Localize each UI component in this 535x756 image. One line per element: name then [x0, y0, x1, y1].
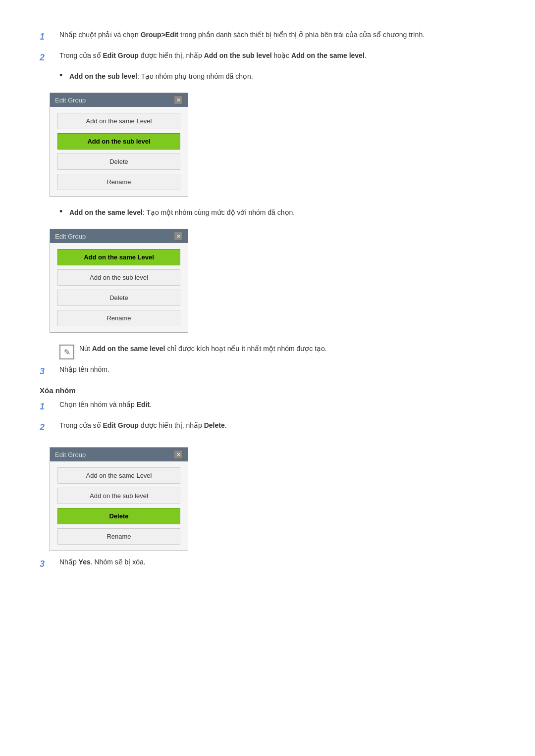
bullet-item-sub-level: • Add on the sub level: Tạo nhóm phụ tro…	[59, 71, 495, 82]
xoa-step-text-2: Trong cửa sổ Edit Group được hiển thị, n…	[59, 420, 495, 431]
dialog-2-body: Add on the same Level Add on the sub lev…	[50, 243, 188, 332]
edit-group-dialog-3: Edit Group ✕ Add on the same Level Add o…	[50, 447, 188, 551]
dialog-3-btn-rename[interactable]: Rename	[57, 528, 180, 545]
dialog-1-btn-rename[interactable]: Rename	[57, 174, 180, 190]
dialog-2-close-button[interactable]: ✕	[174, 232, 183, 241]
dialog-2-btn-rename[interactable]: Rename	[57, 310, 180, 326]
xoa-step-text-1: Chọn tên nhóm và nhấp Edit.	[59, 400, 495, 410]
bullet-item-same-level: • Add on the same level: Tạo một nhóm cù…	[59, 207, 495, 218]
bullet-text-same-level: Add on the same level: Tạo một nhóm cùng…	[69, 207, 495, 218]
bullet-dot-1: •	[59, 70, 69, 81]
dialog-1-title: Edit Group	[55, 97, 86, 104]
step-text-3: Nhập tên nhóm.	[59, 364, 495, 375]
dialog-1-close-button[interactable]: ✕	[174, 96, 183, 104]
edit-group-dialog-2: Edit Group ✕ Add on the same Level Add o…	[50, 229, 188, 333]
dialog-2-btn-sub-level[interactable]: Add on the sub level	[57, 269, 180, 286]
dialog-2-container: Edit Group ✕ Add on the same Level Add o…	[50, 229, 188, 333]
dialog-1-btn-delete[interactable]: Delete	[57, 153, 180, 170]
dialog-1-btn-sub-level[interactable]: Add on the sub level	[57, 133, 180, 150]
edit-group-dialog-1: Edit Group ✕ Add on the same Level Add o…	[50, 93, 188, 197]
dialog-1-titlebar: Edit Group ✕	[50, 93, 188, 107]
dialog-1-body: Add on the same Level Add on the sub lev…	[50, 107, 188, 196]
dialog-2-titlebar: Edit Group ✕	[50, 229, 188, 243]
bullet-text-sub-level: Add on the sub level: Tạo nhóm phụ trong…	[69, 71, 495, 82]
dialog-3-close-button[interactable]: ✕	[174, 450, 183, 459]
step-3: 3 Nhập tên nhóm.	[40, 364, 495, 378]
dialog-3-btn-same-level[interactable]: Add on the same Level	[57, 467, 180, 484]
dialog-3-title: Edit Group	[55, 451, 86, 458]
bullet-dot-2: •	[59, 206, 69, 217]
bullet-list-2: • Add on the same level: Tạo một nhóm cù…	[59, 207, 495, 218]
dialog-2-btn-same-level[interactable]: Add on the same Level	[57, 249, 180, 265]
dialog-3-body: Add on the same Level Add on the sub lev…	[50, 461, 188, 551]
dialog-3-btn-sub-level[interactable]: Add on the sub level	[57, 488, 180, 504]
step-number-3: 3	[40, 364, 59, 378]
section-xoa-nhom-heading: Xóa nhóm	[40, 386, 495, 395]
note-icon: ✎	[59, 345, 74, 359]
xoa-step-3: 3 Nhấp Yes. Nhóm sẽ bị xóa.	[40, 557, 495, 571]
xoa-step-number-3: 3	[40, 557, 59, 571]
xoa-step-1: 1 Chọn tên nhóm và nhấp Edit.	[40, 400, 495, 413]
xoa-step-number-2: 2	[40, 420, 59, 434]
xoa-step-text-3: Nhấp Yes. Nhóm sẽ bị xóa.	[59, 557, 495, 567]
step-number-2: 2	[40, 50, 59, 64]
dialog-3-btn-delete[interactable]: Delete	[57, 508, 180, 524]
step-1: 1 Nhấp chuột phải và chọn Group>Edit tro…	[40, 30, 495, 44]
dialog-2-btn-delete[interactable]: Delete	[57, 290, 180, 306]
dialog-3-titlebar: Edit Group ✕	[50, 448, 188, 461]
dialog-3-container: Edit Group ✕ Add on the same Level Add o…	[50, 447, 188, 551]
step-2: 2 Trong cửa sổ Edit Group được hiển thị,…	[40, 50, 495, 64]
dialog-1-btn-same-level[interactable]: Add on the same Level	[57, 113, 180, 129]
dialog-1-container: Edit Group ✕ Add on the same Level Add o…	[50, 93, 188, 197]
xoa-step-2: 2 Trong cửa sổ Edit Group được hiển thị,…	[40, 420, 495, 434]
note-text: Nút Add on the same level chỉ được kích …	[79, 344, 495, 354]
step-text-1: Nhấp chuột phải và chọn Group>Edit trong…	[59, 30, 495, 40]
bullet-list-1: • Add on the sub level: Tạo nhóm phụ tro…	[59, 71, 495, 82]
step-number-1: 1	[40, 30, 59, 44]
step-text-2: Trong cửa sổ Edit Group được hiển thị, n…	[59, 50, 495, 61]
dialog-2-title: Edit Group	[55, 233, 86, 240]
xoa-step-number-1: 1	[40, 400, 59, 413]
note-row: ✎ Nút Add on the same level chỉ được kíc…	[59, 344, 495, 359]
